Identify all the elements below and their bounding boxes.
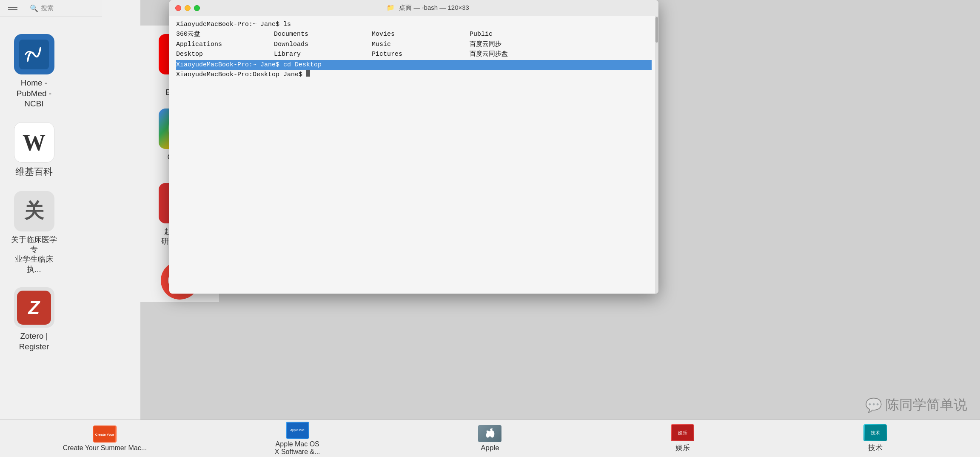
ls-col2-item1: Documents bbox=[274, 29, 372, 39]
thumb-tech-img: 技术 bbox=[863, 424, 887, 441]
thumb-apple-mac-img: Apple Mac bbox=[286, 422, 309, 439]
terminal-line-highlighted: XiaoyudeMacBook-Pro:~ Jane$ cd Desktop bbox=[176, 60, 652, 70]
prompt-1: XiaoyudeMacBook-Pro:~ Jane$ ls bbox=[176, 20, 291, 29]
ls-col2-item2: Downloads bbox=[274, 40, 372, 49]
svg-text:Apple Mac: Apple Mac bbox=[291, 428, 305, 432]
pubmed-inner-icon bbox=[19, 40, 49, 69]
ls-col3-item3: Pictures bbox=[372, 49, 470, 59]
app-icon-pubmed bbox=[14, 34, 54, 74]
window-minimize-button[interactable] bbox=[185, 5, 191, 11]
app-label-zotero: Zotero | Register bbox=[9, 331, 60, 352]
thumb-create-label: Create Your Summer Mac... bbox=[63, 444, 147, 452]
ls-col3-item2: Music bbox=[372, 40, 470, 49]
highlighted-command: XiaoyudeMacBook-Pro:~ Jane$ cd Desktop bbox=[176, 60, 652, 70]
window-maximize-button[interactable] bbox=[194, 5, 200, 11]
app-group-pubmed[interactable]: Home - PubMed - NCBI bbox=[9, 34, 60, 109]
bottom-thumb-apple[interactable]: Apple bbox=[394, 420, 587, 457]
ls-col3-item1: Movies bbox=[372, 29, 470, 39]
thumb-yule-img: 娱乐 bbox=[671, 424, 694, 441]
new-prompt: XiaoyudeMacBook-Pro:Desktop Jane$ bbox=[176, 70, 306, 80]
thumb-apple-label: Apple bbox=[481, 444, 499, 452]
search-area: 🔍 搜索 bbox=[26, 0, 102, 17]
ls-col2-item3: Library bbox=[274, 49, 372, 59]
app-icon-wiki: W bbox=[14, 122, 54, 163]
desktop: 🔍 搜索 Home - PubMed - NCBI bbox=[0, 0, 980, 457]
svg-text:娱乐: 娱乐 bbox=[678, 430, 687, 435]
terminal-body[interactable]: XiaoyudeMacBook-Pro:~ Jane$ ls 360云盘 Doc… bbox=[169, 16, 658, 294]
wechat-icon: 💬 bbox=[865, 397, 882, 413]
app-label-pubmed: Home - PubMed - NCBI bbox=[9, 78, 60, 109]
bottom-thumb-yule[interactable]: 娱乐 娱乐 bbox=[586, 420, 779, 457]
search-icon: 🔍 bbox=[30, 4, 38, 12]
app-label-wiki: 维基百科 bbox=[15, 166, 53, 178]
app-label-guan: 关于临床医学专业学生临床执... bbox=[9, 235, 60, 275]
terminal-line-new-prompt: XiaoyudeMacBook-Pro:Desktop Jane$ bbox=[176, 70, 652, 80]
terminal-scrollbar[interactable] bbox=[655, 16, 658, 294]
thumb-yule-label: 娱乐 bbox=[675, 443, 690, 453]
app-icon-guan: 关 bbox=[14, 191, 54, 231]
thumb-tech-label: 技术 bbox=[868, 443, 883, 453]
bottom-thumb-tech[interactable]: 技术 技术 bbox=[779, 420, 971, 457]
bottom-thumb-create[interactable]: Create Your Create Your Summer Mac... bbox=[9, 420, 201, 457]
app-group-guan[interactable]: 关 关于临床医学专业学生临床执... bbox=[9, 191, 60, 275]
bottom-thumb-apple-mac[interactable]: Apple Mac Apple Mac OSX Software &... bbox=[201, 420, 394, 457]
terminal-title: 📁 桌面 — -bash — 120×33 bbox=[203, 4, 652, 12]
bottom-bar: Create Your Create Your Summer Mac... Ap… bbox=[0, 420, 980, 457]
sidebar-toggle-icon bbox=[8, 7, 17, 10]
app-group-zotero[interactable]: Z Zotero | Register bbox=[9, 287, 60, 352]
ls-col4-item2: 百度云同步 bbox=[470, 40, 567, 49]
terminal-line-1: XiaoyudeMacBook-Pro:~ Jane$ ls bbox=[176, 20, 652, 29]
terminal-titlebar: 📁 桌面 — -bash — 120×33 bbox=[169, 0, 658, 16]
app-group-wiki[interactable]: W 维基百科 bbox=[9, 122, 60, 178]
terminal-scrollbar-thumb[interactable] bbox=[655, 17, 658, 43]
svg-text:Create Your: Create Your bbox=[95, 433, 114, 437]
svg-text:技术: 技术 bbox=[870, 430, 880, 435]
window-close-button[interactable] bbox=[175, 5, 181, 11]
terminal-ls-output: 360云盘 Documents Movies Public Applicatio… bbox=[176, 29, 652, 59]
ls-col1-item1: 360云盘 bbox=[176, 29, 274, 39]
app-icon-zotero: Z bbox=[14, 287, 54, 328]
thumb-apple-mac-label: Apple Mac OSX Software &... bbox=[275, 440, 320, 456]
ls-col1-item2: Applications bbox=[176, 40, 274, 49]
thumb-create-img: Create Your bbox=[93, 426, 117, 443]
terminal-cursor bbox=[306, 70, 310, 77]
sidebar-toggle-button[interactable] bbox=[0, 0, 26, 17]
ls-col4-item3: 百度云同步盘 bbox=[470, 49, 567, 59]
thumb-apple-img bbox=[478, 425, 501, 442]
ls-col4-item1: Public bbox=[470, 29, 567, 39]
terminal-window[interactable]: 📁 桌面 — -bash — 120×33 XiaoyudeMacBook-Pr… bbox=[169, 0, 658, 294]
folder-icon: 📁 bbox=[387, 4, 395, 11]
watermark: 💬 陈同学简单说 bbox=[865, 396, 967, 414]
watermark-text: 陈同学简单说 bbox=[886, 396, 967, 414]
ls-col1-item3: Desktop bbox=[176, 49, 274, 59]
search-label: 搜索 bbox=[41, 4, 54, 12]
left-sidebar: Home - PubMed - NCBI W 维基百科 关 关于临床医学专业学生… bbox=[0, 0, 140, 457]
